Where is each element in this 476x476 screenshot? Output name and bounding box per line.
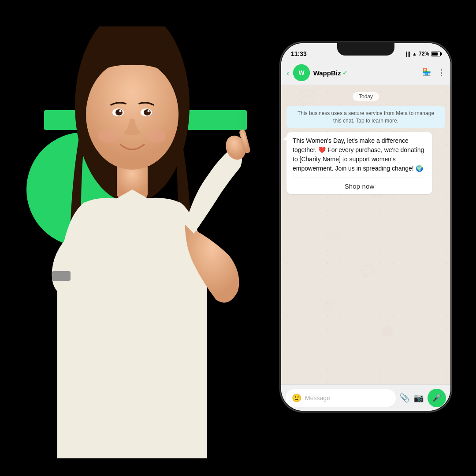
status-icons: ||| ▲ 72% bbox=[406, 51, 441, 57]
svg-text:🌸: 🌸 bbox=[321, 297, 337, 313]
phone-device: 11:33 ||| ▲ 72% bbox=[280, 42, 452, 412]
date-badge-text: Today bbox=[353, 92, 379, 101]
mic-icon: 🎤 bbox=[432, 394, 441, 402]
svg-point-13 bbox=[147, 130, 166, 143]
main-scene: 11:33 ||| ▲ 72% bbox=[0, 0, 476, 476]
chat-background-pattern: 💬 🌸 💬 🌺 🕊️ 💬 🌸 🌺 bbox=[281, 85, 450, 384]
person-figure bbox=[13, 26, 269, 458]
battery-icon bbox=[431, 52, 441, 56]
contact-info: WappBiz ✓ bbox=[313, 69, 419, 77]
phone-screen: 11:33 ||| ▲ 72% bbox=[281, 43, 450, 411]
contact-name: WappBiz bbox=[313, 69, 341, 77]
svg-text:💬: 💬 bbox=[361, 264, 375, 278]
whatsapp-header[interactable]: ‹ W WappBiz ✓ bbox=[281, 61, 450, 85]
svg-text:🌺: 🌺 bbox=[381, 325, 394, 337]
shop-now-button[interactable]: Shop now bbox=[286, 178, 432, 194]
more-options-icon[interactable]: ⋮ bbox=[437, 68, 445, 78]
status-time: 11:33 bbox=[291, 50, 307, 57]
verified-badge: ✓ bbox=[342, 70, 347, 76]
svg-point-8 bbox=[115, 109, 123, 115]
chat-area: 💬 🌸 💬 🌺 🕊️ 💬 🌸 🌺 bbox=[281, 85, 450, 384]
message-input-bar: 🙂 Message 📎 📷 🎤 bbox=[281, 384, 450, 411]
store-icon[interactable]: 🏪 bbox=[422, 68, 431, 78]
message-placeholder: Message bbox=[305, 394, 390, 402]
svg-point-10 bbox=[119, 110, 122, 112]
wifi-icon: ▲ bbox=[412, 51, 417, 56]
svg-rect-4 bbox=[52, 271, 71, 281]
svg-text:W: W bbox=[298, 69, 305, 76]
svg-point-12 bbox=[98, 130, 118, 143]
system-message[interactable]: This business uses a secure service from… bbox=[286, 106, 445, 128]
date-label: Today bbox=[286, 92, 445, 101]
chat-message-bubble: This Women's Day, let's make a differenc… bbox=[286, 132, 432, 194]
battery-percent: 72% bbox=[419, 51, 429, 57]
svg-point-11 bbox=[148, 110, 150, 112]
mic-button[interactable]: 🎤 bbox=[428, 389, 446, 407]
camera-icon[interactable]: 📷 bbox=[413, 393, 424, 403]
svg-point-9 bbox=[144, 109, 151, 115]
signal-icon: ||| bbox=[406, 51, 410, 57]
back-button[interactable]: ‹ bbox=[286, 68, 290, 78]
message-text: This Women's Day, let's make a differenc… bbox=[293, 136, 426, 173]
contact-avatar: W bbox=[293, 64, 310, 81]
emoji-icon[interactable]: 🙂 bbox=[292, 393, 301, 403]
svg-text:🕊️: 🕊️ bbox=[327, 227, 343, 244]
phone-notch bbox=[337, 43, 394, 56]
header-actions: 🏪 ⋮ bbox=[422, 68, 445, 78]
message-input-field[interactable]: 🙂 Message bbox=[286, 389, 396, 407]
attach-icon[interactable]: 📎 bbox=[399, 393, 410, 403]
svg-point-5 bbox=[86, 60, 178, 170]
